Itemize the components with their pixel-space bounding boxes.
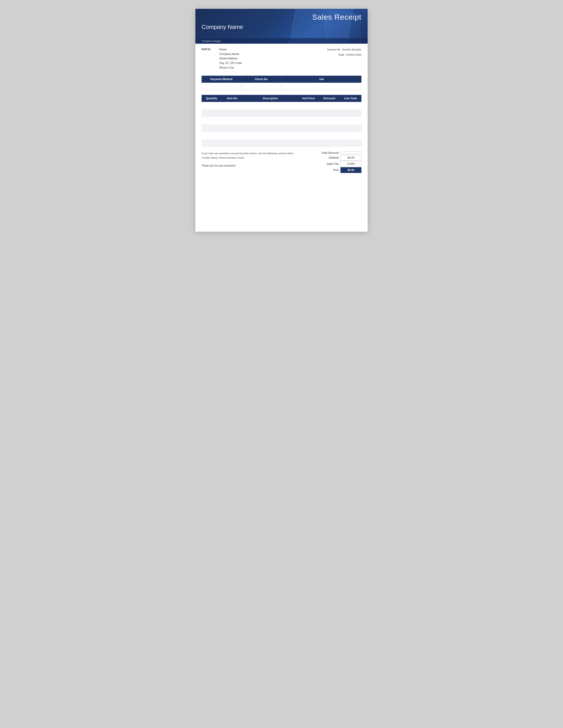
item-no-3 [221, 124, 243, 132]
item-total-1 [339, 109, 362, 117]
totals-table: Total Discount Subtotal $0.00 Sales Tax … [317, 151, 362, 173]
item-desc-1 [243, 109, 298, 117]
sold-to-name: Name [219, 47, 309, 52]
items-table-header: Quantity Item No. Description Unit Price… [201, 95, 362, 102]
total-value: $0.00 [341, 167, 362, 173]
item-desc-3 [243, 124, 298, 132]
total-discount-label: Total Discount [319, 151, 341, 154]
item-quantity-0 [201, 102, 221, 109]
item-discount-2 [320, 117, 339, 124]
item-price-1 [298, 109, 320, 117]
item-quantity-1 [201, 109, 221, 117]
bottom-padding [195, 173, 368, 182]
subtotal-label: Subtotal [319, 156, 341, 159]
payment-method-cell [202, 83, 242, 90]
item-no-5 [221, 139, 243, 147]
sales-receipt-page: Sales Receipt Company Name Company Sloga… [195, 9, 368, 232]
item-total-2 [339, 117, 362, 124]
invoice-no-value: Invoice Number [342, 47, 362, 52]
discount-header: Discount [320, 95, 339, 102]
item-row [201, 139, 362, 147]
item-price-3 [298, 124, 320, 132]
receipt-title: Sales Receipt [201, 13, 362, 21]
contact-note: If you have any questions concerning thi… [201, 151, 313, 156]
item-quantity-4 [201, 132, 221, 139]
item-row [201, 117, 362, 124]
contact-details: Contact Name, Phone Number, Email [201, 156, 313, 160]
item-row [201, 132, 362, 139]
header-content: Sales Receipt Company Name [195, 9, 368, 30]
item-price-0 [298, 102, 320, 109]
item-no-2 [221, 117, 243, 124]
payment-section: Payment Method Check No. Job [201, 76, 362, 90]
invoice-info: Invoice No Invoice Number Date Invoice D… [313, 47, 362, 70]
payment-table-header: Payment Method Check No. Job [201, 76, 362, 83]
item-row [201, 124, 362, 132]
item-discount-5 [320, 139, 339, 147]
invoice-no-label: Invoice No [327, 47, 340, 52]
totals-section: If you have any questions concerning thi… [201, 151, 362, 173]
total-discount-value [341, 152, 362, 154]
company-slogan: Company Slogan [201, 40, 221, 42]
sold-to-company: Company Name [219, 52, 309, 56]
item-no-header: Item No. [221, 95, 243, 102]
line-total-header: Line Total [339, 95, 362, 102]
total-label: Total [319, 169, 341, 172]
quantity-header: Quantity [201, 95, 221, 102]
item-quantity-2 [201, 117, 221, 124]
item-total-3 [339, 124, 362, 132]
item-no-4 [221, 132, 243, 139]
sold-to-label: Sold to [201, 47, 215, 70]
sold-to-phone: Phone | Fax [219, 66, 309, 70]
item-discount-4 [320, 132, 339, 139]
check-no-cell [242, 83, 282, 90]
job-cell [282, 83, 361, 90]
item-desc-0 [243, 102, 298, 109]
item-discount-0 [320, 102, 339, 109]
item-total-5 [339, 139, 362, 147]
total-row: Total $0.00 [317, 167, 362, 173]
subtotal-row: Subtotal $0.00 [317, 155, 362, 161]
item-desc-5 [243, 139, 298, 147]
payment-table-row [201, 83, 362, 90]
description-header: Description [243, 95, 298, 102]
sold-to-street: Street Address [219, 56, 309, 61]
item-total-0 [339, 102, 362, 109]
invoice-date-row: Date Invoice Date [313, 52, 362, 57]
item-row [201, 109, 362, 117]
footer-notes: If you have any questions concerning thi… [201, 151, 317, 168]
items-section: Quantity Item No. Description Unit Price… [201, 95, 362, 147]
item-no-1 [221, 109, 243, 117]
item-row [201, 102, 362, 109]
item-quantity-3 [201, 124, 221, 132]
item-total-4 [339, 132, 362, 139]
total-discount-row: Total Discount [317, 151, 362, 154]
unit-price-header: Unit Price [298, 95, 320, 102]
invoice-no-row: Invoice No Invoice Number [313, 47, 362, 52]
company-name-heading: Company Name [201, 24, 362, 30]
subtotal-value: $0.00 [341, 155, 362, 161]
sales-tax-label: Sales Tax [319, 162, 341, 165]
item-price-4 [298, 132, 320, 139]
item-discount-1 [320, 109, 339, 117]
invoice-date-label: Date [339, 52, 344, 57]
thank-you: Thank you for your business! [201, 163, 313, 168]
item-quantity-5 [201, 139, 221, 147]
item-price-5 [298, 139, 320, 147]
info-section: Sold to Name Company Name Street Address… [195, 44, 368, 72]
payment-method-header: Payment Method [201, 76, 241, 83]
item-desc-2 [243, 117, 298, 124]
item-no-0 [221, 102, 243, 109]
sold-to-details: Name Company Name Street Address City, S… [219, 47, 309, 70]
sales-tax-row: Sales Tax 0.00% [317, 161, 362, 167]
sold-to-city: City, ST, ZIP Code [219, 61, 309, 66]
item-desc-4 [243, 132, 298, 139]
invoice-date-value: Invoice Date [346, 52, 362, 57]
header: Sales Receipt Company Name Company Sloga… [195, 9, 368, 44]
sales-tax-value: 0.00% [341, 161, 362, 167]
item-discount-3 [320, 124, 339, 132]
item-price-2 [298, 117, 320, 124]
slogan-bar: Company Slogan [195, 38, 368, 44]
job-header: Job [282, 76, 362, 83]
check-no-header: Check No. [241, 76, 282, 83]
